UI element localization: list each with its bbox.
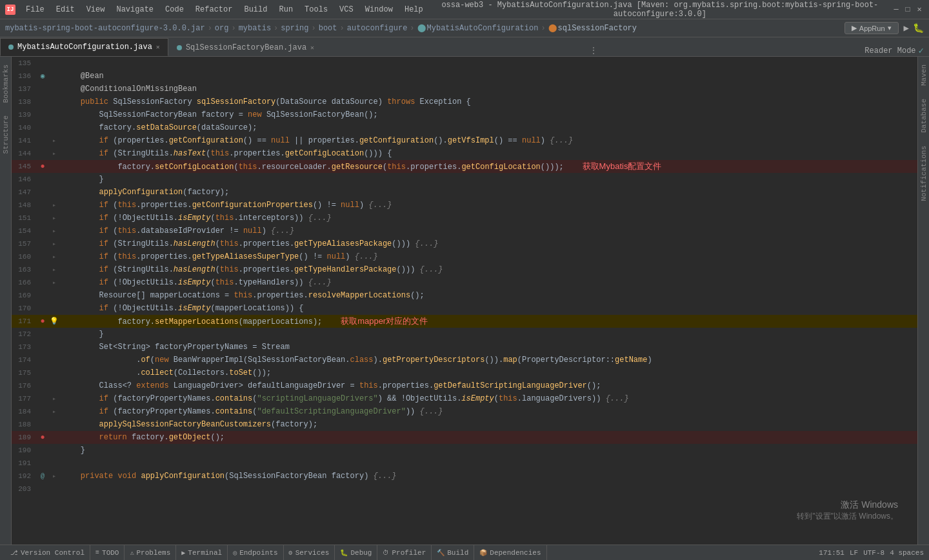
table-row: 145 ● factory.setConfigLocation(this.res…	[12, 160, 917, 173]
run-debug-icon[interactable]: 🐛	[913, 23, 924, 34]
table-row: 174 .of(new BeanWrapperImpl(SqlSessionFa…	[12, 354, 917, 366]
version-control-item[interactable]: ⎇ Version Control	[5, 545, 90, 560]
table-row: 137 @ConditionalOnMissingBean	[12, 83, 917, 95]
menu-build[interactable]: Build	[239, 4, 272, 15]
breakpoint-icon2[interactable]: ●	[40, 317, 45, 326]
menu-file[interactable]: File	[21, 4, 50, 15]
main-area: Bookmarks Structure 135 136 ◉ @Bean	[0, 57, 929, 545]
menu-vcs[interactable]: VCS	[334, 4, 359, 15]
menu-window[interactable]: Window	[360, 4, 398, 15]
fold-icon[interactable]: ▸	[52, 279, 56, 286]
table-row: 190 }	[12, 444, 917, 457]
run-button[interactable]: ▶ AppRun ▾	[844, 22, 899, 34]
lf-indicator: LF	[850, 549, 858, 557]
table-row: 151 ▸ if (!ObjectUtils.isEmpty(this.inte…	[12, 212, 917, 225]
tab-close-icon2[interactable]: ✕	[310, 44, 314, 52]
close-button[interactable]: ✕	[915, 5, 924, 14]
table-row: 148 ▸ if (this.properties.getConfigurati…	[12, 199, 917, 212]
bc-classname[interactable]: MybatisAutoConfiguration	[427, 24, 539, 33]
fold-icon[interactable]: ▸	[52, 254, 56, 261]
code-editor[interactable]: 135 136 ◉ @Bean 137	[12, 57, 917, 545]
debug-item[interactable]: 🐛 Debug	[335, 545, 377, 560]
problems-label: Problems	[136, 549, 170, 557]
table-row: 188 applySqlSessionFactoryBeanCustomizer…	[12, 418, 917, 431]
bc-org[interactable]: org	[215, 24, 229, 33]
nav-bar: mybatis-spring-boot-autoconfigure-3.0.0.…	[0, 19, 929, 37]
reader-mode-check-icon[interactable]: ✓	[919, 45, 924, 56]
bc-class[interactable]: ⬤	[417, 23, 426, 33]
notifications-panel-label[interactable]: Notifications	[919, 141, 929, 206]
fold-icon[interactable]: ▸	[52, 395, 56, 403]
table-row: 176 Class<? extends LanguageDriver> defa…	[12, 379, 917, 392]
run-dropdown-icon: ▾	[888, 24, 892, 32]
fold-icon[interactable]: ▸	[52, 228, 56, 235]
problems-item[interactable]: ⚠ Problems	[125, 545, 176, 560]
code-table: 135 136 ◉ @Bean 137	[12, 57, 917, 495]
database-panel-label[interactable]: Database	[919, 94, 929, 138]
table-row: 144 ▸ if (StringUtils.hasText(this.prope…	[12, 147, 917, 160]
endpoints-label: Endpoints	[239, 549, 277, 557]
menu-view[interactable]: View	[81, 4, 110, 15]
menu-code[interactable]: Code	[160, 4, 189, 15]
structure-panel-label[interactable]: Structure	[1, 110, 11, 159]
profiler-label: Profiler	[392, 549, 426, 557]
bookmarks-panel-label[interactable]: Bookmarks	[1, 59, 11, 108]
maven-panel-label[interactable]: Maven	[919, 59, 929, 91]
menu-edit[interactable]: Edit	[51, 4, 80, 15]
menu-navigate[interactable]: Navigate	[111, 4, 159, 15]
fold-icon[interactable]: ▸	[52, 150, 56, 157]
bc-method[interactable]: sqlSessionFactory	[558, 24, 637, 33]
run-icon: ▶	[852, 24, 857, 32]
breakpoint-icon3[interactable]: ●	[40, 433, 45, 442]
breakpoint-icon[interactable]: ●	[40, 162, 45, 171]
menu-run[interactable]: Run	[274, 4, 298, 15]
table-row: 172 }	[12, 328, 917, 341]
fold-icon[interactable]: ▸	[52, 137, 56, 145]
status-right: 171:51 LF UTF-8 4 spaces	[819, 549, 924, 557]
table-row: 160 ▸ if (this.properties.getTypeAliases…	[12, 250, 917, 263]
reader-mode-label: Reader Mode	[864, 46, 915, 55]
table-row: 136 ◉ @Bean	[12, 70, 917, 83]
services-label: Services	[295, 549, 330, 557]
table-row: 169 Resource[] mapperLocations = this.pr…	[12, 289, 917, 302]
tabs-more-button[interactable]: ⋮	[584, 45, 603, 56]
dependencies-item[interactable]: 📦 Dependencies	[474, 545, 546, 560]
services-icon: ⚙	[289, 549, 293, 557]
right-sidebar: Maven Database Notifications	[917, 57, 929, 545]
maximize-button[interactable]: □	[903, 5, 912, 14]
fold-icon[interactable]: ▸	[52, 202, 56, 209]
warning-icon: 💡	[50, 317, 59, 325]
windows-activation-notice: 激活 Windows 转到"设置"以激活 Windows。	[797, 499, 898, 522]
services-item[interactable]: ⚙ Services	[284, 545, 335, 560]
fold-icon[interactable]: ▸	[52, 241, 56, 248]
table-row: 146 }	[12, 173, 917, 186]
fold-icon[interactable]: ▸	[52, 215, 56, 222]
bc-spring[interactable]: spring	[281, 24, 308, 33]
run-label: AppRun	[859, 25, 885, 32]
tab-sql-session-factory-bean[interactable]: SqlSessionFactoryBean.java ✕	[168, 38, 323, 56]
tab-mybatis-auto-config[interactable]: MybatisAutoConfiguration.java ✕	[0, 38, 168, 56]
fold-icon[interactable]: ▸	[52, 473, 56, 480]
build-item[interactable]: 🔨 Build	[432, 545, 474, 560]
activation-line2: 转到"设置"以激活 Windows。	[797, 511, 898, 522]
bc-jar[interactable]: mybatis-spring-boot-autoconfigure-3.0.0.…	[5, 24, 205, 33]
indent-indicator: 4 spaces	[890, 549, 924, 557]
profiler-item[interactable]: ⏱ Profiler	[377, 545, 432, 560]
bc-autoconfigure[interactable]: autoconfigure	[347, 24, 408, 33]
debug-icon: 🐛	[340, 549, 348, 557]
fold-icon[interactable]: ▸	[52, 266, 56, 274]
minimize-button[interactable]: —	[892, 5, 901, 14]
menu-tools[interactable]: Tools	[299, 4, 333, 15]
todo-item[interactable]: ≡ TODO	[90, 545, 125, 560]
bc-boot[interactable]: boot	[319, 24, 337, 33]
menu-refactor[interactable]: Refactor	[190, 4, 238, 15]
terminal-item[interactable]: ▶ Terminal	[176, 545, 228, 560]
tab-close-icon[interactable]: ✕	[156, 43, 160, 51]
fold-icon[interactable]: ▸	[52, 408, 56, 415]
build-label: Build	[447, 549, 468, 557]
bc-mybatis[interactable]: mybatis	[239, 24, 271, 33]
run-play-icon[interactable]: ▶	[904, 23, 909, 34]
table-row: 191	[12, 457, 917, 470]
endpoints-item[interactable]: ◎ Endpoints	[228, 545, 283, 560]
menu-help[interactable]: Help	[399, 4, 428, 15]
